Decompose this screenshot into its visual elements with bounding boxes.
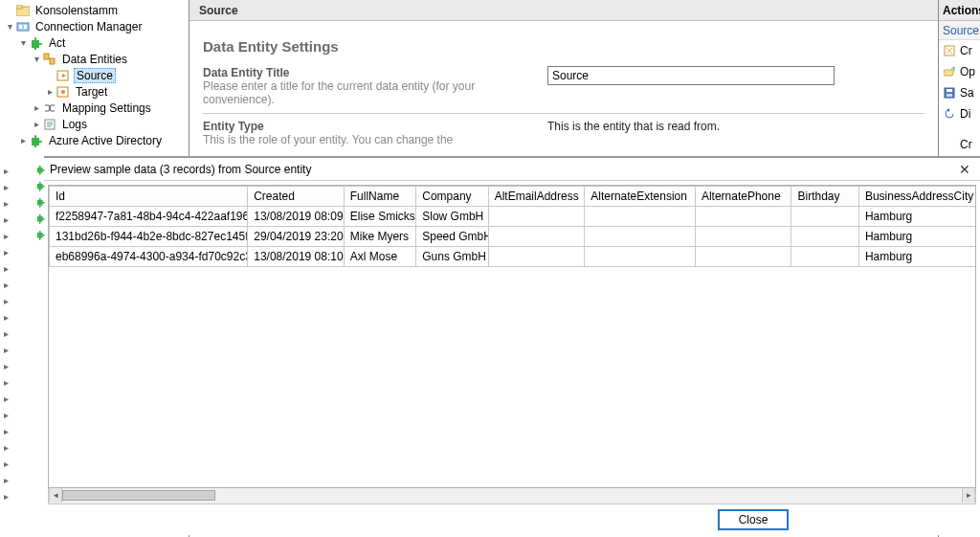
table-cell: Slow GmbH [416,207,488,227]
folder-icon [15,3,31,18]
field-title-desc: Please enter a title for the current dat… [203,79,547,107]
tree-node-root[interactable]: Konsolenstamm [4,2,189,18]
table-cell [488,207,585,227]
entity-type-label: Entity Type [203,120,547,133]
twisty-open[interactable] [31,55,42,64]
scroll-left-icon[interactable]: ◂ [49,488,62,503]
col-header[interactable]: BusinessAddressCity [858,187,976,207]
target-icon [56,84,71,100]
col-header[interactable]: Birthday [791,187,858,207]
table-cell [695,227,791,247]
new-icon [943,138,956,151]
tree-label: Konsolenstamm [33,4,120,17]
tree-label: Source [74,68,116,83]
col-header[interactable]: Id [50,187,248,207]
dialog-buttons: Close [44,504,980,535]
action-label: Cr [960,138,972,151]
svg-rect-4 [24,25,27,29]
action-save[interactable]: Sa [939,82,980,103]
col-header[interactable]: AltEmailAddress [488,187,585,207]
undo-icon [943,107,956,121]
col-header[interactable]: AlternatePhone [695,187,791,207]
table-cell [585,207,696,227]
twisty-closed[interactable] [31,103,42,113]
table-row[interactable]: 131bd26b-f944-4b2e-8bdc-827ec145f8c629/0… [50,227,977,247]
green-edge-markers [36,165,47,246]
table-cell: 13/08/2019 08:10 [248,247,345,267]
action-label: Op [960,65,975,78]
new-icon [943,44,956,57]
preview-title-text: Preview sample data (3 records) from Sou… [50,163,311,176]
open-icon [943,65,956,78]
table-cell [791,247,858,267]
table-cell [488,227,585,247]
center-titlebar: Source [189,0,938,21]
table-cell: Mike Myers [344,227,415,247]
svg-point-9 [61,90,65,94]
close-icon[interactable]: ✕ [955,162,974,177]
source-icon [56,68,71,83]
actions-subheader: Source [939,21,980,40]
scroll-right-icon[interactable]: ▸ [962,488,975,503]
preview-grid[interactable]: Id Created FullName Company AltEmailAddr… [48,185,976,488]
close-button[interactable]: Close [718,509,789,530]
tree-extra-chevrons [4,163,9,504]
twisty-closed[interactable] [31,120,42,129]
tree-node-connmgr[interactable]: Connection Manager [4,18,189,34]
col-header[interactable]: AlternateExtension [585,187,696,207]
col-header[interactable]: Company [416,187,488,207]
col-header[interactable]: Created [248,187,345,207]
entity-type-value: This is the entity that is read from. [547,120,720,133]
scroll-thumb[interactable] [62,490,215,501]
tree-label: Azure Active Directory [47,134,164,147]
tree-node-source[interactable]: Source [4,67,189,83]
table-cell: eb68996a-4974-4300-a934-fd70c92c33f4 [50,247,248,267]
center-title: Source [199,4,238,17]
save-icon [943,86,956,100]
action-create[interactable]: Cr [939,40,980,61]
table-row[interactable]: eb68996a-4974-4300-a934-fd70c92c33f413/0… [50,247,977,267]
table-cell: Elise Smicks [344,207,415,227]
col-header[interactable]: FullName [344,187,415,207]
twisty-open[interactable] [17,38,29,48]
preview-dialog: Preview sample data (3 records) from Sou… [44,157,980,535]
tree-label: Connection Manager [33,20,144,34]
puzzle-icon [29,35,44,51]
table-cell: Speed GmbH [416,227,488,247]
close-button-label: Close [739,513,768,526]
horizontal-scrollbar[interactable]: ◂ ▸ [48,488,976,504]
svg-rect-13 [947,89,952,92]
table-cell: f2258947-7a81-48b4-94c4-422aaf196975 [50,207,248,227]
svg-rect-14 [947,94,952,97]
table-cell: Hamburg [858,207,976,227]
table-row[interactable]: f2258947-7a81-48b4-94c4-422aaf19697513/0… [50,207,977,227]
entity-title-input[interactable] [547,66,835,85]
table-cell: Guns GmbH [416,247,488,267]
nav-tree[interactable]: Konsolenstamm Connection Manager Act [0,0,189,148]
svg-rect-3 [19,25,22,29]
action-discard[interactable]: Di [939,103,980,124]
twisty-open[interactable] [4,22,15,32]
table-cell [695,247,791,267]
action-open[interactable]: Op [939,61,980,82]
tree-node-target[interactable]: Target [4,83,189,100]
separator [203,113,924,114]
logs-icon [42,117,57,132]
preview-titlebar: Preview sample data (3 records) from Sou… [44,158,980,181]
action-label: Sa [960,86,974,100]
table-cell: Hamburg [858,227,976,247]
action-create2[interactable]: Cr [939,134,980,155]
tree-label: Target [74,85,109,99]
tree-node-act[interactable]: Act [4,34,189,51]
tree-node-logs[interactable]: Logs [4,116,189,132]
connection-icon [15,19,31,34]
twisty-closed[interactable] [44,87,56,97]
tree-label: Act [47,36,67,50]
table-cell: Hamburg [858,247,976,267]
tree-node-mapping[interactable]: Mapping Settings [4,100,189,116]
action-label: Cr [960,44,972,57]
tree-node-dataentities[interactable]: Data Entities [4,51,189,67]
twisty-closed[interactable] [17,136,29,145]
tree-label: Mapping Settings [60,101,153,115]
tree-node-aad[interactable]: Azure Active Directory [4,132,189,148]
